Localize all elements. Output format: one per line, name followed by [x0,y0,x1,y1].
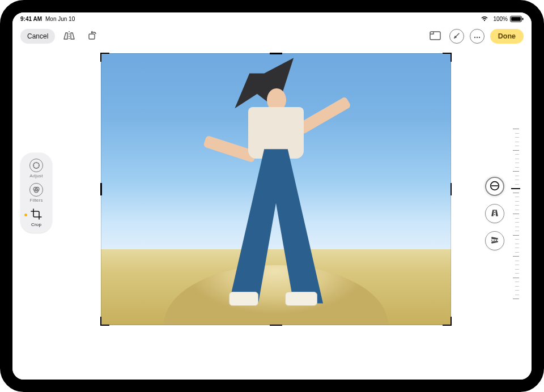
rotation-tick [515,286,519,287]
rotation-tick [515,239,519,240]
svg-rect-4 [430,32,440,40]
rotation-tick [515,295,519,295]
rotation-tick [515,269,519,270]
svg-point-5 [474,37,475,38]
rotation-tick [513,256,519,257]
rotation-tick [515,142,519,142]
rotation-tick [515,197,519,197]
rotation-scale[interactable] [512,129,519,299]
rotation-tick [515,201,519,202]
rotation-tick [515,176,519,176]
tool-crop-label: Crop [31,222,41,227]
rotation-tick [515,210,519,210]
rotation-tick [513,299,519,299]
left-tool-palette: Adjust Filters Crop [20,153,52,233]
tool-filters[interactable]: Filters [23,183,50,203]
top-toolbar: Cancel [12,25,532,48]
markup-icon [453,32,460,41]
crop-corner-top-left[interactable] [100,53,109,62]
rotation-tick [515,290,519,291]
rotation-tick [515,231,519,231]
rotation-tick [515,137,519,138]
more-button[interactable] [470,29,484,44]
rotation-tick [513,278,519,278]
rotation-tick [513,129,519,129]
straighten-button[interactable] [485,177,504,196]
crop-corner-top-right[interactable] [443,53,452,62]
rotation-tick [515,248,519,248]
rotation-tick [515,252,519,253]
crop-icon [29,207,43,221]
svg-point-6 [477,37,478,38]
rotation-tick [513,171,519,172]
status-bar: 9:41 AM Mon Jun 10 100% [12,12,532,25]
svg-point-8 [33,163,40,169]
rotation-tick [515,167,519,168]
rotation-tick [515,261,519,261]
rotation-tick [515,244,519,244]
rotation-tick [515,159,519,159]
rotation-tick [515,282,519,282]
rotate-button[interactable] [83,28,100,45]
rotation-tick [513,193,519,193]
cancel-button[interactable]: Cancel [20,29,55,44]
more-icon [474,32,481,40]
rotation-tick [515,273,519,274]
tool-crop[interactable]: Crop [23,207,50,227]
wifi-icon [481,16,488,22]
rotation-tick [515,222,519,223]
rotation-tick [515,163,519,163]
aspect-ratio-icon [429,31,441,42]
svg-rect-3 [89,34,95,39]
done-button[interactable]: Done [490,29,524,44]
rotation-tick [515,205,519,206]
tool-adjust[interactable]: Adjust [23,159,50,178]
rotation-tick [515,227,519,227]
flip-horizontal-button[interactable] [61,28,78,45]
photo-canvas[interactable] [101,53,451,325]
rotation-tick [515,180,519,180]
filters-icon [29,183,43,197]
crop-corner-bottom-right[interactable] [443,317,452,326]
status-date: Mon Jun 10 [45,16,75,22]
battery-icon [510,16,524,22]
adjust-icon [29,159,43,172]
tool-filters-label: Filters [29,198,42,203]
status-time: 9:41 AM [20,16,42,22]
svg-rect-2 [522,18,524,20]
battery-percent: 100% [493,16,508,22]
svg-point-7 [479,37,480,38]
horizontal-perspective-icon [490,236,499,246]
rotate-icon [86,30,97,43]
markup-button[interactable] [449,29,464,44]
aspect-ratio-button[interactable] [427,28,444,45]
rotation-panel [485,126,519,301]
rotation-tick [515,146,519,146]
rotation-tick [515,265,519,265]
tool-adjust-label: Adjust [29,173,42,178]
rotation-tick [515,133,519,134]
straighten-icon [490,181,500,193]
rotation-tick [513,150,519,151]
rotation-tick [515,184,519,185]
rotation-tick [513,235,519,236]
device-frame: 9:41 AM Mon Jun 10 100% Cancel [0,0,544,392]
photo-image [101,53,451,325]
screen: 9:41 AM Mon Jun 10 100% Cancel [12,12,532,380]
rotation-tick [513,214,519,214]
horizontal-perspective-button[interactable] [485,231,504,250]
crop-corner-bottom-left[interactable] [100,317,109,326]
svg-rect-1 [511,17,521,21]
rotation-scale-marker[interactable] [511,188,520,189]
active-tool-indicator [24,214,27,216]
vertical-perspective-icon [490,208,499,219]
rotation-tick [515,154,519,155]
vertical-perspective-button[interactable] [485,204,504,223]
rotation-tick [515,218,519,219]
flip-horizontal-icon [63,31,75,42]
